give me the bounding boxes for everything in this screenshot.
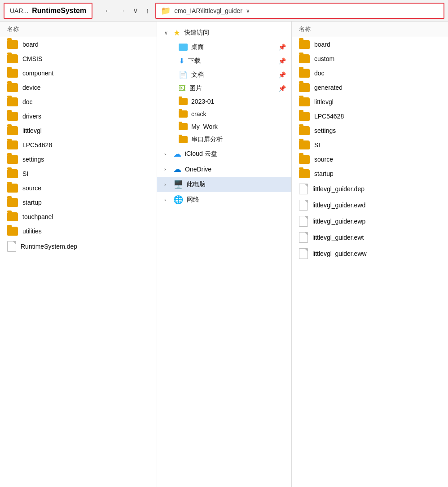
cloud-nav-item[interactable]: › ☁ iCloud 云盘 <box>157 146 291 162</box>
down-button[interactable]: ∨ <box>130 4 141 17</box>
file-icon <box>299 184 308 194</box>
back-button[interactable]: ← <box>101 5 114 17</box>
star-icon: ★ <box>173 28 180 38</box>
right-folder-item[interactable]: doc <box>292 66 448 80</box>
quick-access-item[interactable]: My_Work <box>157 120 291 133</box>
right-folder-item[interactable]: startup <box>292 167 448 181</box>
quick-access-item[interactable]: 🖼 图片 📌 <box>157 82 291 95</box>
left-file-item[interactable]: RuntimeSystem.dep <box>0 238 157 254</box>
folder-icon <box>7 83 18 92</box>
network-label: 网络 <box>187 196 286 204</box>
folder-label: littlevgl <box>314 98 334 105</box>
nav-item-label: 2023-01 <box>191 98 286 105</box>
left-folder-item[interactable]: utilities <box>0 224 157 238</box>
right-panel: 名称 board custom doc generated littlevgl … <box>292 22 448 487</box>
left-folder-item[interactable]: touchpanel <box>0 210 157 224</box>
left-folder-item[interactable]: source <box>0 181 157 195</box>
file-label: littlevgl_guider.ewp <box>312 218 365 225</box>
left-folder-item[interactable]: settings <box>0 152 157 167</box>
folder-icon <box>299 112 310 121</box>
quick-access-item[interactable]: crack <box>157 108 291 120</box>
left-folder-item[interactable]: startup <box>0 195 157 210</box>
network-item[interactable]: › 🌐 网络 <box>157 192 291 207</box>
right-folders-list: board custom doc generated littlevgl LPC… <box>292 37 448 181</box>
right-file-item[interactable]: littlevgl_guider.ewt <box>292 229 448 246</box>
right-folder-item[interactable]: generated <box>292 80 448 95</box>
right-file-item[interactable]: littlevgl_guider.eww <box>292 246 448 262</box>
left-folder-item[interactable]: board <box>0 37 157 52</box>
left-folders-list: board CMSIS component device doc drivers… <box>0 37 157 238</box>
quick-access-expander: ∨ <box>164 30 171 36</box>
left-folder-item[interactable]: drivers <box>0 109 157 123</box>
quick-access-item[interactable]: 桌面 📌 <box>157 40 291 54</box>
right-folder-item[interactable]: littlevgl <box>292 95 448 109</box>
left-folder-item[interactable]: littlevgl <box>0 123 157 138</box>
left-folder-item[interactable]: device <box>0 80 157 95</box>
left-folder-item[interactable]: component <box>0 66 157 80</box>
computer-icon: 🖥️ <box>173 180 183 189</box>
folder-icon <box>299 97 310 106</box>
folder-icon <box>7 97 18 106</box>
folder-label: startup <box>314 170 334 177</box>
quick-access-header[interactable]: ∨ ★ 快速访问 <box>157 25 291 40</box>
folder-icon <box>7 227 18 236</box>
quick-access-item[interactable]: 串口屏分析 <box>157 133 291 146</box>
folder-icon <box>7 184 18 193</box>
cloud-label: OneDrive <box>185 166 286 173</box>
folder-icon <box>299 169 310 178</box>
right-folder-item[interactable]: board <box>292 37 448 52</box>
folder-label: source <box>314 156 333 163</box>
folder-label: settings <box>314 127 336 134</box>
desktop-icon <box>179 44 188 51</box>
folder-icon <box>299 69 310 78</box>
file-label: RuntimeSystem.dep <box>21 243 77 250</box>
left-folder-item[interactable]: SI <box>0 167 157 181</box>
quick-access-item[interactable]: 2023-01 <box>157 95 291 108</box>
right-file-item[interactable]: littlevgl_guider.ewp <box>292 213 448 229</box>
right-folder-item[interactable]: settings <box>292 123 448 138</box>
folder-icon <box>7 155 18 164</box>
network-expander: › <box>164 197 171 202</box>
left-folder-item[interactable]: doc <box>0 95 157 109</box>
quick-access-item[interactable]: 📄 文档 📌 <box>157 68 291 82</box>
folder-icon <box>179 123 188 130</box>
folder-label: SI <box>22 170 28 177</box>
nav-item-label: My_Work <box>191 123 286 130</box>
right-folder-item[interactable]: SI <box>292 138 448 152</box>
right-file-item[interactable]: littlevgl_guider.ewd <box>292 197 448 213</box>
quick-access-items: 桌面 📌 ⬇ 下载 📌 📄 文档 📌 🖼 图片 📌 2023-01 crack … <box>157 40 291 146</box>
tab-uar-text: UAR... <box>10 7 28 14</box>
folder-icon <box>7 54 18 63</box>
right-folder-item[interactable]: custom <box>292 52 448 66</box>
left-tab[interactable]: UAR... RuntimeSystem <box>4 3 92 19</box>
pin-icon: 📌 <box>278 44 286 51</box>
right-folder-item[interactable]: source <box>292 152 448 167</box>
folder-icon <box>179 110 188 118</box>
left-folder-item[interactable]: LPC54628 <box>0 138 157 152</box>
right-file-item[interactable]: littlevgl_guider.dep <box>292 181 448 197</box>
quick-access-item[interactable]: ⬇ 下载 📌 <box>157 54 291 68</box>
download-icon: ⬇ <box>179 57 184 65</box>
up-button[interactable]: ↑ <box>143 5 152 17</box>
folder-icon <box>179 98 188 105</box>
nav-item-label: 图片 <box>189 84 277 92</box>
quick-access-section: ∨ ★ 快速访问 桌面 📌 ⬇ 下载 📌 📄 文档 📌 🖼 图片 📌 2023-… <box>157 23 291 209</box>
folder-icon <box>299 126 310 135</box>
path-text: emo_IAR\littlevgl_guider <box>174 7 242 14</box>
cloud-nav-item[interactable]: › ☁ OneDrive <box>157 162 291 177</box>
folder-icon <box>7 69 18 78</box>
file-icon <box>299 200 308 211</box>
nav-item-label: 桌面 <box>191 43 277 51</box>
path-bar[interactable]: 📁 emo_IAR\littlevgl_guider ∨ <box>155 3 444 19</box>
right-folder-item[interactable]: LPC54628 <box>292 109 448 123</box>
folder-label: doc <box>314 70 325 77</box>
folder-label: source <box>22 184 41 192</box>
forward-button[interactable]: → <box>116 5 128 17</box>
folder-label: component <box>22 70 53 77</box>
left-folder-item[interactable]: CMSIS <box>0 52 157 66</box>
folder-label: CMSIS <box>22 55 42 62</box>
onedrive-icon: ☁ <box>173 164 181 174</box>
middle-panel: ∨ ★ 快速访问 桌面 📌 ⬇ 下载 📌 📄 文档 📌 🖼 图片 📌 2023-… <box>157 22 292 487</box>
this-pc-item[interactable]: › 🖥️ 此电脑 <box>157 177 291 192</box>
folder-icon <box>299 54 310 63</box>
